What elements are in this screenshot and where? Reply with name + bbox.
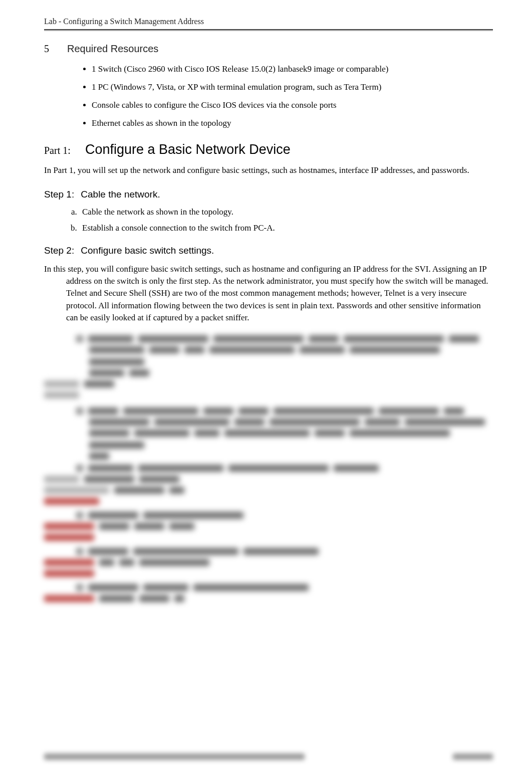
- header-divider: [44, 29, 493, 31]
- section-number: 5: [44, 43, 65, 55]
- step2-label: Step 2:: [44, 245, 78, 256]
- page-header-title: Lab - Configuring a Switch Management Ad…: [44, 17, 493, 26]
- step1-label: Step 1:: [44, 189, 78, 200]
- part-label: Part 1:: [44, 145, 83, 156]
- step1-title: Cable the network.: [81, 189, 160, 200]
- step1-list: Cable the network as shown in the topolo…: [79, 207, 493, 233]
- list-item: Establish a console connection to the sw…: [79, 223, 493, 233]
- obscured-content: [44, 335, 493, 602]
- part-title: Configure a Basic Network Device: [85, 142, 291, 157]
- page-footer: [44, 753, 493, 760]
- list-item: Cable the network as shown in the topolo…: [79, 207, 493, 217]
- step2-title: Configure basic switch settings.: [81, 245, 214, 256]
- part-intro-text: In Part 1, you will set up the network a…: [44, 164, 493, 176]
- list-item: 1 Switch (Cisco 2960 with Cisco IOS Rele…: [92, 64, 493, 75]
- list-item: 1 PC (Windows 7, Vista, or XP with termi…: [92, 82, 493, 93]
- step2-body-text: In this step, you will configure basic s…: [44, 263, 493, 324]
- section-title: Required Resources: [67, 43, 158, 55]
- required-resources-list: 1 Switch (Cisco 2960 with Cisco IOS Rele…: [92, 64, 493, 129]
- list-item: Console cables to configure the Cisco IO…: [92, 100, 493, 111]
- list-item: Ethernet cables as shown in the topology: [92, 118, 493, 129]
